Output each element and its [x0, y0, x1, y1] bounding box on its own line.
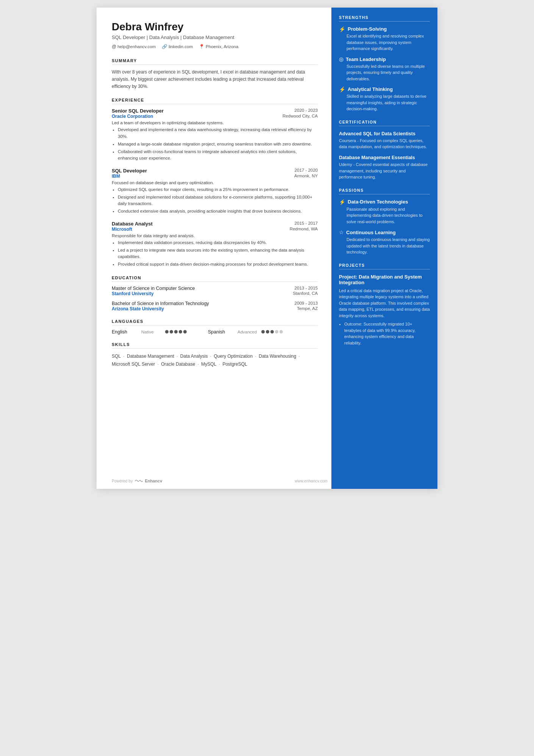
footer-website: www.enhancv.com: [295, 479, 328, 483]
exp-location-3: Redmond, WA: [290, 227, 318, 232]
passion-title-row-2: ☆ Continuous Learning: [339, 229, 430, 235]
exp-header-1: Senior SQL Developer 2020 - 2023: [112, 108, 318, 114]
strength-title-row-1: ⚡ Problem-Solving: [339, 26, 430, 32]
dot-1-4: [179, 330, 182, 333]
brand-name: Enhancv: [145, 479, 162, 483]
exp-bullets-2: Optimized SQL queries for major clients,…: [112, 186, 318, 215]
sep-8: ·: [217, 362, 221, 367]
edu-school-1: Stanford University: [112, 291, 154, 296]
location-contact: 📍 Phoenix, Arizona: [199, 44, 238, 49]
skill-9: PostgreSQL: [222, 362, 247, 367]
passions-section: PASSIONS ⚡ Data-Driven Technologies Pass…: [339, 188, 430, 255]
strength-desc-3: Skilled in analyzing large datasets to d…: [339, 93, 430, 112]
strength-icon-1: ⚡: [339, 27, 345, 32]
certification-title: CERTIFICATION: [339, 120, 430, 126]
exp-bullet-3-1: Implemented data validation processes, r…: [118, 239, 318, 246]
cert-desc-2: Udemy - Covered essential aspects of dat…: [339, 161, 430, 180]
skills-title: SKILLS: [112, 342, 318, 349]
edu-item-2: Bachelor of Science in Information Techn…: [112, 301, 318, 311]
exp-location-1: Redwood City, CA: [283, 114, 318, 119]
edu-school-row-1: Stanford University Stanford, CA: [112, 291, 318, 296]
exp-desc-2: Focused on database design and query opt…: [112, 180, 318, 185]
lang-dots-1: [165, 330, 187, 333]
summary-text: With over 8 years of experience in SQL d…: [112, 69, 318, 91]
cert-item-2: Database Management Essentials Udemy - C…: [339, 155, 430, 180]
passion-item-1: ⚡ Data-Driven Technologies Passionate ab…: [339, 199, 430, 225]
exp-bullet-2-2: Designed and implemented robust database…: [118, 194, 318, 207]
linkedin-contact: 🔗 linkedin.com: [162, 44, 193, 49]
edu-school-2: Arizona State University: [112, 306, 164, 311]
experience-title: EXPERIENCE: [112, 98, 318, 104]
header-section: Debra Winfrey SQL Developer | Data Analy…: [112, 21, 318, 49]
exp-role-1: Senior SQL Developer: [112, 108, 164, 114]
strength-item-1: ⚡ Problem-Solving Excel at identifying a…: [339, 26, 430, 52]
cert-item-1: Advanced SQL for Data Scientists Courser…: [339, 131, 430, 150]
education-section: EDUCATION Master of Science in Computer …: [112, 275, 318, 311]
languages-section: LANGUAGES English Native Spanish Advance…: [112, 319, 318, 335]
exp-bullets-1: Developed and implemented a new data war…: [112, 127, 318, 161]
lang-name-1: English: [112, 329, 138, 335]
lang-level-2: Advanced: [237, 330, 258, 334]
skill-3: Data Analysis: [180, 354, 208, 359]
exp-desc-3: Responsible for data integrity and analy…: [112, 233, 318, 238]
strength-item-2: ◎ Team Leadership Successfully led diver…: [339, 56, 430, 82]
exp-bullet-1-3: Collaborated with cross-functional teams…: [118, 149, 318, 162]
passion-desc-2: Dedicated to continuous learning and sta…: [339, 236, 430, 255]
dot-2-1: [261, 330, 265, 333]
email-contact: @ help@enhancv.com: [112, 44, 156, 49]
exp-company-row-1: Oracle Corporation Redwood City, CA: [112, 114, 318, 119]
passion-icon-1: ⚡: [339, 199, 345, 205]
passion-title-row-1: ⚡ Data-Driven Technologies: [339, 199, 430, 205]
dot-2-5: [279, 330, 283, 333]
exp-dates-3: 2015 - 2017: [295, 221, 318, 225]
exp-item-3: Database Analyst 2015 - 2017 Microsoft R…: [112, 221, 318, 268]
exp-bullet-1-2: Managed a large-scale database migration…: [118, 141, 318, 147]
projects-section: PROJECTS Project: Data Migration and Sys…: [339, 263, 430, 346]
exp-header-2: SQL Developer 2017 - 2020: [112, 168, 318, 174]
project-bullet-1: Outcome: Successfully migrated 10+ terab…: [344, 321, 430, 346]
cert-desc-1: Coursera - Focused on complex SQL querie…: [339, 138, 430, 150]
strengths-section: STRENGTHS ⚡ Problem-Solving Excel at ide…: [339, 15, 430, 112]
enhancv-logo-icon: [134, 478, 143, 484]
sep-4: ·: [254, 354, 258, 359]
languages-title: LANGUAGES: [112, 319, 318, 326]
exp-item-2: SQL Developer 2017 - 2020 IBM Armonk, NY…: [112, 168, 318, 215]
email-value: help@enhancv.com: [117, 44, 156, 49]
experience-section: EXPERIENCE Senior SQL Developer 2020 - 2…: [112, 98, 318, 268]
projects-title: PROJECTS: [339, 263, 430, 269]
exp-role-3: Database Analyst: [112, 221, 153, 227]
candidate-name: Debra Winfrey: [112, 21, 318, 33]
edu-header-1: Master of Science in Computer Science 20…: [112, 286, 318, 291]
skill-7: Oracle Database: [161, 362, 195, 367]
exp-role-2: SQL Developer: [112, 168, 147, 174]
strength-icon-3: ⚡: [339, 87, 345, 92]
dot-2-3: [270, 330, 274, 333]
exp-company-row-2: IBM Armonk, NY: [112, 174, 318, 179]
exp-bullet-3-2: Led a project to integrate new data sour…: [118, 247, 318, 260]
left-column: Debra Winfrey SQL Developer | Data Analy…: [97, 8, 331, 489]
summary-title: SUMMARY: [112, 58, 318, 65]
right-column: STRENGTHS ⚡ Problem-Solving Excel at ide…: [331, 8, 437, 489]
resume-page: Debra Winfrey SQL Developer | Data Analy…: [97, 8, 437, 489]
edu-degree-1: Master of Science in Computer Science: [112, 286, 195, 291]
project-desc: Led a critical data migration project at…: [339, 288, 430, 319]
skills-list: SQL · Database Management · Data Analysi…: [112, 352, 318, 369]
dot-2-2: [266, 330, 269, 333]
edu-dates-1: 2013 - 2015: [295, 286, 318, 291]
lang-row-1: English Native Spanish Advanced: [112, 329, 318, 335]
project-bullets: Outcome: Successfully migrated 10+ terab…: [339, 321, 430, 346]
exp-bullets-3: Implemented data validation processes, r…: [112, 239, 318, 268]
strength-title-row-2: ◎ Team Leadership: [339, 56, 430, 62]
strength-icon-2: ◎: [339, 56, 344, 62]
passions-title: PASSIONS: [339, 188, 430, 194]
dot-1-3: [174, 330, 178, 333]
location-value: Phoenix, Arizona: [206, 44, 238, 49]
passion-name-1: Data-Driven Technologies: [348, 199, 408, 205]
exp-bullet-2-3: Conducted extensive data analysis, provi…: [118, 208, 318, 214]
skills-section: SKILLS SQL · Database Management · Data …: [112, 342, 318, 369]
skill-6: Microsoft SQL Server: [112, 362, 155, 367]
exp-bullet-2-1: Optimized SQL queries for major clients,…: [118, 186, 318, 193]
edu-degree-2: Bachelor of Science in Information Techn…: [112, 301, 209, 306]
passion-name-2: Continuous Learning: [346, 230, 396, 235]
email-icon: @: [112, 44, 116, 49]
